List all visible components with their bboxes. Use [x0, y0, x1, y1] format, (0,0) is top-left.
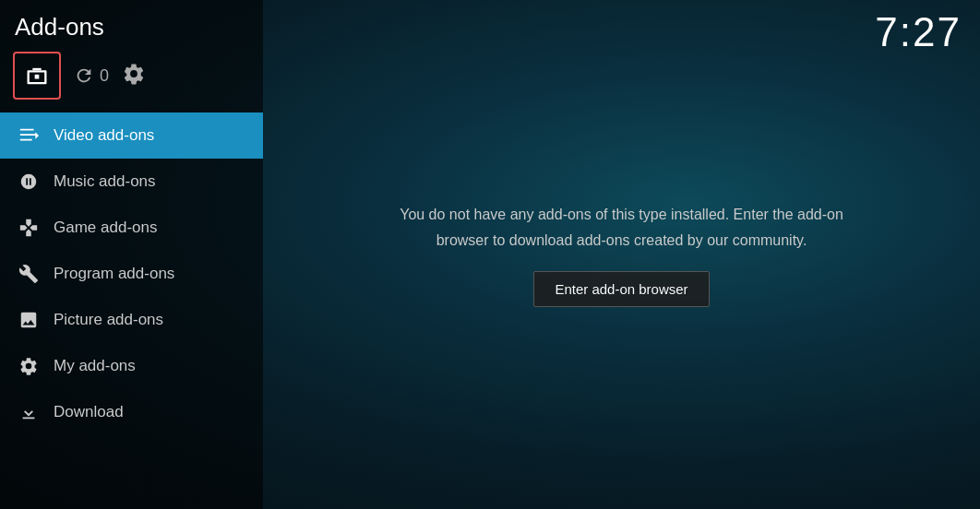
picture-addons-label: Picture add-ons [54, 311, 163, 329]
sidebar-item-music[interactable]: Music add-ons [0, 159, 263, 205]
picture-icon [18, 310, 39, 330]
enter-browser-button[interactable]: Enter add-on browser [533, 271, 709, 307]
program-addons-label: Program add-ons [54, 265, 174, 283]
sidebar: 0 Video add-ons Music add-ons [0, 0, 263, 509]
my-addons-label: My add-ons [54, 357, 136, 375]
refresh-icon [74, 65, 94, 86]
my-addons-icon [18, 356, 39, 376]
program-icon [18, 264, 39, 284]
download-label: Download [54, 403, 124, 421]
sidebar-item-download[interactable]: Download [0, 389, 263, 435]
sidebar-item-video[interactable]: Video add-ons [0, 112, 263, 159]
refresh-count: 0 [100, 66, 109, 86]
icon-row: 0 [0, 44, 263, 112]
page-title: Add-ons [15, 13, 104, 41]
music-addons-label: Music add-ons [54, 172, 156, 191]
refresh-area[interactable]: 0 [70, 62, 113, 89]
addon-box-icon[interactable] [13, 52, 61, 100]
sidebar-item-program[interactable]: Program add-ons [0, 251, 263, 297]
sidebar-item-picture[interactable]: Picture add-ons [0, 297, 263, 343]
nav-list: Video add-ons Music add-ons Game add-ons… [0, 112, 263, 509]
game-icon [18, 218, 39, 238]
music-icon [18, 172, 39, 192]
download-icon [18, 402, 39, 422]
settings-icon-container[interactable] [122, 62, 146, 89]
game-addons-label: Game add-ons [54, 219, 157, 237]
empty-message: You do not have any add-ons of this type… [391, 202, 853, 252]
gear-icon [122, 62, 146, 86]
video-icon [18, 125, 39, 146]
time-display: 7:27 [875, 9, 962, 55]
video-addons-label: Video add-ons [54, 126, 154, 145]
sidebar-item-my[interactable]: My add-ons [0, 343, 263, 389]
main-content: You do not have any add-ons of this type… [263, 0, 980, 509]
sidebar-item-game[interactable]: Game add-ons [0, 205, 263, 251]
